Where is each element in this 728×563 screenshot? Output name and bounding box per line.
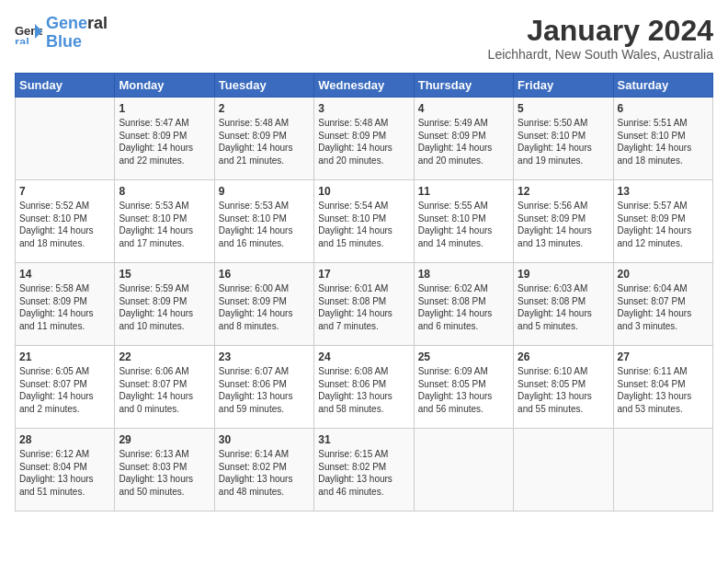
day-number: 17 bbox=[318, 267, 409, 282]
day-number: 22 bbox=[119, 350, 210, 364]
day-info: Sunrise: 5:58 AM Sunset: 8:09 PM Dayligh… bbox=[19, 282, 110, 332]
calendar-cell: 3Sunrise: 5:48 AM Sunset: 8:09 PM Daylig… bbox=[314, 98, 414, 180]
calendar-cell: 26Sunrise: 6:10 AM Sunset: 8:05 PM Dayli… bbox=[514, 346, 613, 429]
day-number: 12 bbox=[518, 184, 609, 199]
day-info: Sunrise: 5:56 AM Sunset: 8:09 PM Dayligh… bbox=[518, 200, 609, 249]
logo: Gene ral GeneralBlue bbox=[15, 15, 108, 52]
calendar-cell: 24Sunrise: 6:08 AM Sunset: 8:06 PM Dayli… bbox=[314, 346, 414, 429]
calendar-subtitle: Leichhardt, New South Wales, Australia bbox=[488, 47, 713, 62]
day-number: 25 bbox=[418, 350, 509, 364]
day-number: 1 bbox=[119, 101, 210, 116]
calendar-cell bbox=[16, 98, 115, 180]
weekday-header-row: SundayMondayTuesdayWednesdayThursdayFrid… bbox=[16, 74, 713, 98]
week-row-1: 1Sunrise: 5:47 AM Sunset: 8:09 PM Daylig… bbox=[16, 98, 713, 180]
day-number: 8 bbox=[119, 184, 210, 199]
day-info: Sunrise: 5:48 AM Sunset: 8:09 PM Dayligh… bbox=[219, 117, 310, 167]
day-number: 16 bbox=[219, 267, 310, 282]
day-info: Sunrise: 5:48 AM Sunset: 8:09 PM Dayligh… bbox=[318, 117, 409, 167]
day-info: Sunrise: 6:11 AM Sunset: 8:04 PM Dayligh… bbox=[618, 365, 709, 415]
day-info: Sunrise: 6:10 AM Sunset: 8:05 PM Dayligh… bbox=[518, 365, 609, 415]
logo-icon: Gene ral bbox=[15, 22, 42, 44]
calendar-cell: 20Sunrise: 6:04 AM Sunset: 8:07 PM Dayli… bbox=[613, 263, 712, 346]
day-number: 14 bbox=[19, 267, 110, 282]
day-info: Sunrise: 5:54 AM Sunset: 8:10 PM Dayligh… bbox=[318, 200, 409, 249]
calendar-cell: 2Sunrise: 5:48 AM Sunset: 8:09 PM Daylig… bbox=[214, 98, 313, 180]
weekday-header-saturday: Saturday bbox=[613, 74, 712, 98]
calendar-cell: 21Sunrise: 6:05 AM Sunset: 8:07 PM Dayli… bbox=[16, 346, 115, 429]
calendar-cell bbox=[414, 429, 513, 511]
day-info: Sunrise: 5:53 AM Sunset: 8:10 PM Dayligh… bbox=[219, 200, 310, 249]
calendar-cell: 7Sunrise: 5:52 AM Sunset: 8:10 PM Daylig… bbox=[16, 180, 115, 263]
weekday-header-sunday: Sunday bbox=[16, 74, 115, 98]
day-number: 31 bbox=[318, 432, 409, 447]
calendar-cell: 22Sunrise: 6:06 AM Sunset: 8:07 PM Dayli… bbox=[115, 346, 214, 429]
day-number: 20 bbox=[618, 267, 709, 282]
day-info: Sunrise: 6:07 AM Sunset: 8:06 PM Dayligh… bbox=[219, 365, 310, 415]
day-info: Sunrise: 6:08 AM Sunset: 8:06 PM Dayligh… bbox=[318, 365, 409, 415]
calendar-cell: 5Sunrise: 5:50 AM Sunset: 8:10 PM Daylig… bbox=[514, 98, 613, 180]
svg-text:ral: ral bbox=[15, 35, 29, 44]
day-number: 30 bbox=[219, 432, 310, 447]
day-info: Sunrise: 6:09 AM Sunset: 8:05 PM Dayligh… bbox=[418, 365, 509, 415]
calendar-cell: 13Sunrise: 5:57 AM Sunset: 8:09 PM Dayli… bbox=[613, 180, 712, 263]
day-number: 27 bbox=[618, 350, 709, 364]
calendar-cell: 19Sunrise: 6:03 AM Sunset: 8:08 PM Dayli… bbox=[514, 263, 613, 346]
day-info: Sunrise: 5:57 AM Sunset: 8:09 PM Dayligh… bbox=[618, 200, 709, 249]
calendar-cell: 27Sunrise: 6:11 AM Sunset: 8:04 PM Dayli… bbox=[613, 346, 712, 429]
calendar-table: SundayMondayTuesdayWednesdayThursdayFrid… bbox=[15, 73, 713, 511]
day-number: 6 bbox=[618, 101, 709, 116]
day-info: Sunrise: 6:06 AM Sunset: 8:07 PM Dayligh… bbox=[119, 365, 210, 415]
calendar-cell: 11Sunrise: 5:55 AM Sunset: 8:10 PM Dayli… bbox=[414, 180, 513, 263]
weekday-header-tuesday: Tuesday bbox=[214, 74, 313, 98]
day-number: 5 bbox=[518, 101, 609, 116]
weekday-header-wednesday: Wednesday bbox=[314, 74, 414, 98]
day-info: Sunrise: 6:05 AM Sunset: 8:07 PM Dayligh… bbox=[19, 365, 110, 415]
day-info: Sunrise: 6:02 AM Sunset: 8:08 PM Dayligh… bbox=[418, 282, 509, 332]
day-info: Sunrise: 5:50 AM Sunset: 8:10 PM Dayligh… bbox=[518, 117, 609, 167]
week-row-2: 7Sunrise: 5:52 AM Sunset: 8:10 PM Daylig… bbox=[16, 180, 713, 263]
calendar-cell bbox=[514, 429, 613, 511]
week-row-4: 21Sunrise: 6:05 AM Sunset: 8:07 PM Dayli… bbox=[16, 346, 713, 429]
day-info: Sunrise: 6:15 AM Sunset: 8:02 PM Dayligh… bbox=[318, 448, 409, 498]
day-info: Sunrise: 5:53 AM Sunset: 8:10 PM Dayligh… bbox=[119, 200, 210, 249]
day-info: Sunrise: 5:55 AM Sunset: 8:10 PM Dayligh… bbox=[418, 200, 509, 249]
day-info: Sunrise: 6:14 AM Sunset: 8:02 PM Dayligh… bbox=[219, 448, 310, 498]
calendar-cell: 10Sunrise: 5:54 AM Sunset: 8:10 PM Dayli… bbox=[314, 180, 414, 263]
calendar-cell bbox=[613, 429, 712, 511]
calendar-cell: 4Sunrise: 5:49 AM Sunset: 8:09 PM Daylig… bbox=[414, 98, 513, 180]
day-number: 10 bbox=[318, 184, 409, 199]
day-number: 24 bbox=[318, 350, 409, 364]
calendar-cell: 6Sunrise: 5:51 AM Sunset: 8:10 PM Daylig… bbox=[613, 98, 712, 180]
weekday-header-friday: Friday bbox=[514, 74, 613, 98]
week-row-5: 28Sunrise: 6:12 AM Sunset: 8:04 PM Dayli… bbox=[16, 429, 713, 511]
logo-text: GeneralBlue bbox=[46, 15, 108, 52]
day-number: 9 bbox=[219, 184, 310, 199]
weekday-header-monday: Monday bbox=[115, 74, 214, 98]
calendar-cell: 25Sunrise: 6:09 AM Sunset: 8:05 PM Dayli… bbox=[414, 346, 513, 429]
calendar-cell: 16Sunrise: 6:00 AM Sunset: 8:09 PM Dayli… bbox=[214, 263, 313, 346]
day-number: 29 bbox=[119, 432, 210, 447]
day-number: 7 bbox=[19, 184, 110, 199]
day-number: 4 bbox=[418, 101, 509, 116]
day-info: Sunrise: 6:04 AM Sunset: 8:07 PM Dayligh… bbox=[618, 282, 709, 332]
calendar-cell: 8Sunrise: 5:53 AM Sunset: 8:10 PM Daylig… bbox=[115, 180, 214, 263]
page-header: Gene ral GeneralBlue January 2024 Leichh… bbox=[15, 15, 713, 62]
day-info: Sunrise: 6:01 AM Sunset: 8:08 PM Dayligh… bbox=[318, 282, 409, 332]
calendar-cell: 9Sunrise: 5:53 AM Sunset: 8:10 PM Daylig… bbox=[214, 180, 313, 263]
day-number: 2 bbox=[219, 101, 310, 116]
calendar-title: January 2024 bbox=[488, 15, 713, 47]
day-info: Sunrise: 6:13 AM Sunset: 8:03 PM Dayligh… bbox=[119, 448, 210, 498]
day-number: 28 bbox=[19, 432, 110, 447]
title-block: January 2024 Leichhardt, New South Wales… bbox=[488, 15, 713, 62]
calendar-cell: 14Sunrise: 5:58 AM Sunset: 8:09 PM Dayli… bbox=[16, 263, 115, 346]
day-number: 11 bbox=[418, 184, 509, 199]
day-info: Sunrise: 6:12 AM Sunset: 8:04 PM Dayligh… bbox=[19, 448, 110, 498]
calendar-cell: 23Sunrise: 6:07 AM Sunset: 8:06 PM Dayli… bbox=[214, 346, 313, 429]
day-info: Sunrise: 5:51 AM Sunset: 8:10 PM Dayligh… bbox=[618, 117, 709, 167]
day-info: Sunrise: 5:47 AM Sunset: 8:09 PM Dayligh… bbox=[119, 117, 210, 167]
calendar-cell: 29Sunrise: 6:13 AM Sunset: 8:03 PM Dayli… bbox=[115, 429, 214, 511]
calendar-cell: 31Sunrise: 6:15 AM Sunset: 8:02 PM Dayli… bbox=[314, 429, 414, 511]
day-number: 21 bbox=[19, 350, 110, 364]
day-info: Sunrise: 5:49 AM Sunset: 8:09 PM Dayligh… bbox=[418, 117, 509, 167]
day-number: 23 bbox=[219, 350, 310, 364]
